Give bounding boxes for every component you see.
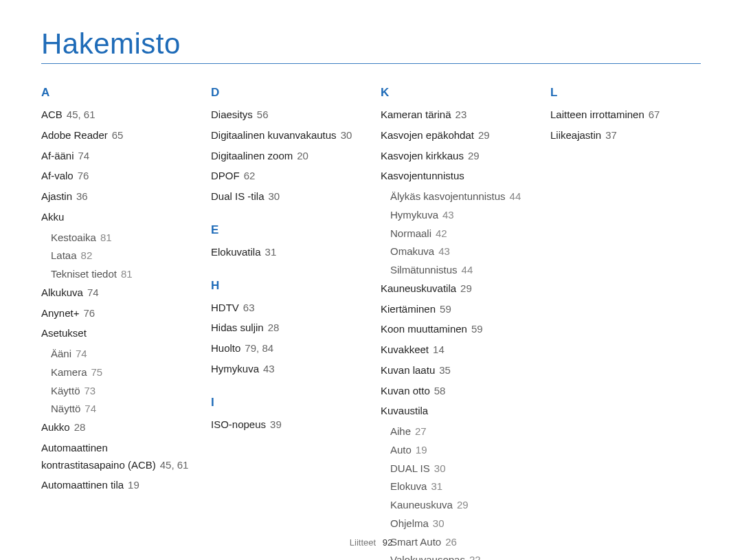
section-letter: I [211,393,361,412]
index-section: HHDTV63Hidas suljin28Huolto79, 84Hymykuv… [211,276,361,378]
sub-entry-title: Silmätunnistus [390,264,458,276]
entry-pages: 67 [644,109,660,120]
sub-entry-title: Hymykuva [390,209,438,221]
sub-entry-group: Kestoaika81Lataa82Tekniset tiedot81 [51,229,192,283]
entry-title: Digitaalinen kuvanvakautus [211,129,337,141]
index-entry: Kiertäminen59 [381,301,531,318]
index-entry: Diaesitys56 [211,107,361,124]
sub-entry-title: Lataa [51,249,77,261]
sub-entry: Käyttö73 [51,383,192,400]
page-footer: Liitteet 92 [0,537,742,548]
entry-title: Huolto [211,342,240,354]
index-section: IISO-nopeus39 [211,393,361,434]
entry-pages: 62 [240,170,256,181]
entry-title: Automaattinen kontrastitasapaino (ACB) [41,442,156,471]
sub-entry-pages: 44 [458,264,473,276]
index-entry: Automaattinen tila19 [41,477,192,494]
index-entry: Kuvaustila [381,403,531,420]
entry-title: Dual IS -tila [211,190,265,202]
sub-entry-pages: 73 [80,385,96,396]
index-entry: Kasvojen epäkohdat29 [381,127,531,144]
entry-title: Adobe Reader [41,129,108,141]
sub-entry: Kauneuskuva29 [390,497,531,514]
index-entry: Elokuvatila31 [211,244,361,261]
entry-title: Asetukset [41,327,87,339]
entry-title: HDTV [211,302,239,313]
entry-title: Kuvan laatu [381,364,435,376]
entry-pages: 30 [265,190,280,202]
sub-entry: Auto19 [390,442,531,459]
entry-title: Kiertäminen [381,303,436,315]
entry-pages: 28 [70,421,86,433]
sub-entry: Näyttö74 [51,401,192,418]
entry-title: Kuvan otto [381,385,430,396]
index-section: DDiaesitys56Digitaalinen kuvanvakautus30… [211,83,361,205]
entry-pages: 30 [337,129,352,141]
index-entry: Dual IS -tila30 [211,188,361,205]
section-letter: L [550,83,701,102]
sub-entry-title: Ohjelma [390,517,429,529]
section-letter: H [211,276,361,295]
entry-title: Digitaalinen zoom [211,150,293,161]
entry-pages: 59 [467,323,483,335]
sub-entry: Normaali42 [390,225,531,243]
sub-entry: Omakuva43 [390,243,531,260]
sub-entry: Älykäs kasvojentunnistus44 [390,188,531,205]
entry-title: Ajastin [41,190,72,202]
sub-entry: Silmätunnistus44 [390,262,531,279]
index-section: LLaitteen irrottaminen67Liikeajastin37 [550,83,701,144]
entry-pages: 39 [266,418,282,430]
entry-title: Aukko [41,421,70,433]
sub-entry-pages: 30 [430,462,446,474]
sub-entry-pages: 74 [80,403,96,414]
index-entry: Automaattinen kontrastitasapaino (ACB)45… [41,440,192,474]
index-entry: Anynet+76 [41,305,192,322]
entry-title: Kauneuskuvatila [381,282,456,294]
entry-pages: 20 [293,150,308,161]
sub-entry-pages: 75 [87,366,103,378]
sub-entry: Kamera75 [51,364,192,381]
entry-title: Kuvakkeet [381,344,429,355]
sub-entry-title: Omakuva [390,245,434,257]
footer-page-number: 92 [379,537,392,548]
sub-entry: Ohjelma30 [390,515,531,533]
entry-title: Hidas suljin [211,322,264,333]
sub-entry: Aihe27 [390,423,531,440]
index-section: AACB45, 61Adobe Reader65Af-ääni74Af-valo… [41,83,192,494]
sub-entry: Kestoaika81 [51,229,192,247]
entry-title: Liikeajastin [550,129,601,141]
index-section: EElokuvatila31 [211,221,361,261]
entry-title: Kuvaustila [381,405,428,416]
entry-title: Diaesitys [211,109,253,120]
sub-entry-title: Auto [390,444,412,456]
index-entry: Huolto79, 84 [211,340,361,357]
index-entry: Alkukuva74 [41,284,192,302]
sub-entry: Hymykuva43 [390,207,531,224]
sub-entry-title: Tekniset tiedot [51,268,117,280]
sub-entry-title: Käyttö [51,385,80,396]
entry-pages: 35 [435,364,451,376]
entry-pages: 37 [601,129,617,141]
entry-title: DPOF [211,170,240,181]
sub-entry-pages: 31 [427,480,442,492]
sub-entry-pages: 82 [77,249,93,261]
entry-pages: 74 [83,287,99,298]
sub-entry: Elokuva31 [390,478,531,495]
entry-pages: 23 [451,109,467,120]
entry-title: Af-valo [41,170,74,181]
entry-title: ACB [41,109,63,120]
index-entry: Aukko28 [41,419,192,436]
sub-entry-pages: 29 [453,499,469,511]
entry-pages: 45, 61 [156,459,189,471]
entry-title: ISO-nopeus [211,418,266,430]
footer-label: Liitteet [350,537,376,548]
index-entry: Akku [41,209,192,226]
sub-entry-title: Aihe [390,425,411,437]
entry-pages: 45, 61 [63,109,95,120]
index-entry: ACB45, 61 [41,107,192,124]
sub-entry-group: Älykäs kasvojentunnistus44Hymykuva43Norm… [390,188,531,279]
index-entry: Kasvojentunnistus [381,168,531,185]
index-entry: Kameran tärinä23 [381,107,531,124]
sub-entry-title: Normaali [390,227,431,239]
entry-pages: 56 [253,109,269,120]
